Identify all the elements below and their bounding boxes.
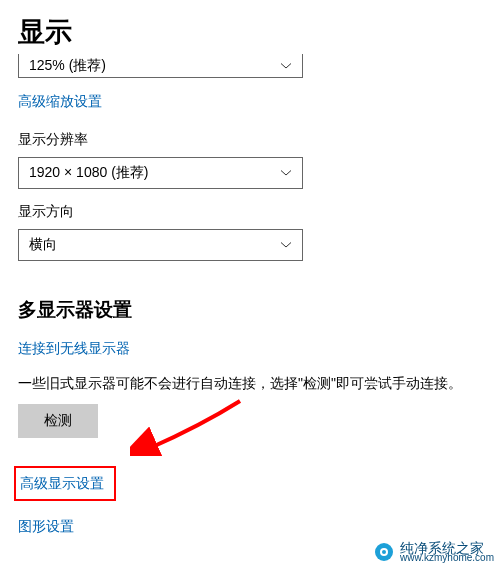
graphics-link[interactable]: 图形设置 [18,518,74,536]
resolution-dropdown[interactable]: 1920 × 1080 (推荐) [18,157,303,189]
chevron-down-icon [280,241,292,249]
chevron-down-icon [280,62,292,70]
highlight-annotation: 高级显示设置 [14,466,116,501]
watermark-url: www.kzmyhome.com [400,553,494,563]
page-title: 显示 [18,14,482,50]
advanced-display-link[interactable]: 高级显示设置 [20,475,104,493]
annotation-arrow [130,396,250,456]
orientation-label: 显示方向 [18,203,482,221]
wireless-display-link[interactable]: 连接到无线显示器 [18,340,130,358]
scale-dropdown[interactable]: 125% (推荐) [18,54,303,78]
detect-button[interactable]: 检测 [18,404,98,438]
multi-display-title: 多显示器设置 [18,297,482,323]
advanced-scale-link[interactable]: 高级缩放设置 [18,93,102,111]
watermark: 纯净系统之家 www.kzmyhome.com [374,541,494,563]
orientation-dropdown[interactable]: 横向 [18,229,303,261]
chevron-down-icon [280,169,292,177]
resolution-label: 显示分辨率 [18,131,482,149]
resolution-value: 1920 × 1080 (推荐) [29,164,148,182]
watermark-icon [374,542,394,562]
svg-point-3 [382,550,386,554]
multi-display-description: 一些旧式显示器可能不会进行自动连接，选择"检测"即可尝试手动连接。 [18,374,482,394]
orientation-value: 横向 [29,236,57,254]
scale-value: 125% (推荐) [29,57,106,75]
